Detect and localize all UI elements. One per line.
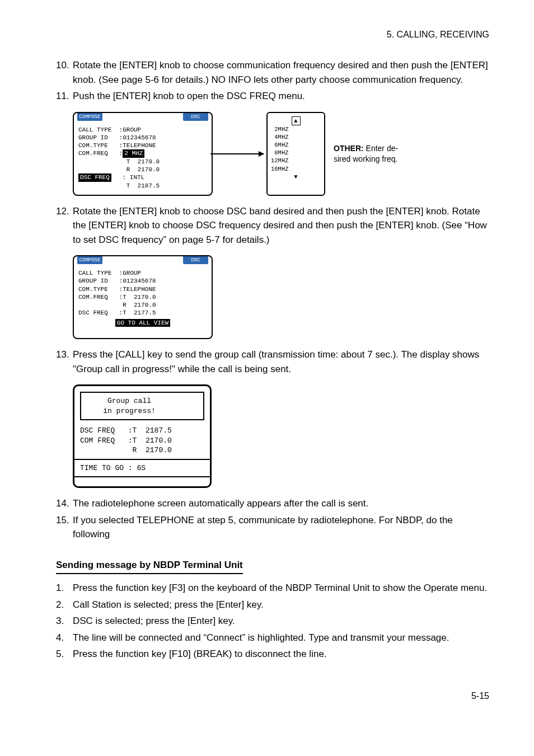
lcd-line: 12MHZ — [271, 157, 321, 165]
lcd-line: 4MHZ — [271, 133, 321, 141]
step-12: 12. Rotate the [ENTER] knob to choose DS… — [56, 204, 489, 247]
step-number: 14. — [56, 496, 73, 511]
step-text: Rotate the [ENTER] knob to choose commun… — [73, 58, 489, 87]
item-number: 1. — [56, 581, 73, 595]
lcd-line: T 2170.0 — [78, 158, 207, 166]
item-number: 2. — [56, 598, 73, 612]
list-item: 4.The line will be connected and “Connec… — [56, 631, 489, 645]
lcd-right: ▲ 2MHZ 4MHZ 6MHZ 8MHZ 12MHZ 16MHZ ▼ — [266, 112, 325, 196]
step-number: 12. — [56, 204, 73, 247]
lcd-line: COM.FREQ :T 2170.0 — [78, 293, 207, 301]
other-note: OTHER: Enter de- sired working freq. — [334, 143, 446, 163]
tab-compose: COMPOSE — [77, 113, 102, 121]
lcd-left: COMPOSE DSC CALL TYPE :GROUP GROUP ID :0… — [73, 112, 213, 196]
step-14: 14. The radiotelephone screen automatica… — [56, 496, 489, 511]
lcd-line: DSC FREQ :T 2187.5 — [80, 426, 204, 436]
step-11: 11. Push the [ENTER] knob to open the DS… — [56, 89, 489, 104]
dsc-freq-diagram: COMPOSE DSC CALL TYPE :GROUP GROUP ID :0… — [73, 112, 489, 196]
lcd-line: COM.TYPE :TELEPHONE — [78, 285, 207, 293]
highlight-goto-allview: GO TO ALL VIEW — [115, 319, 170, 327]
lcd-line: R 2170.0 — [78, 166, 207, 173]
highlight-dscfreq: DSC FREQ — [78, 173, 111, 181]
item-text: Call Station is selected; press the [Ent… — [73, 598, 489, 612]
lcd-line: CALL TYPE :GROUP — [78, 126, 207, 134]
list-item: 2.Call Station is selected; press the [E… — [56, 598, 489, 612]
step-text: Rotate the [ENTER] knob to choose DSC ba… — [73, 204, 489, 247]
item-number: 3. — [56, 614, 73, 628]
lcd-line: GROUP ID :012345678 — [78, 277, 207, 285]
item-number: 5. — [56, 647, 73, 661]
lcd-line: CALL TYPE :GROUP — [78, 269, 207, 277]
tab-dsc: DSC — [183, 256, 208, 264]
lcd-line: DSC FREQ :T 2177.5 — [78, 309, 207, 317]
lcd-line: 16MHZ — [271, 165, 321, 173]
scroll-down-icon: ▼ — [271, 173, 321, 181]
lcd-line: R 2170.0 — [78, 301, 207, 309]
step-10: 10. Rotate the [ENTER] knob to choose co… — [56, 58, 489, 87]
page-header: 5. CALLING, RECEIVING — [56, 28, 489, 41]
tab-dsc: DSC — [183, 113, 208, 121]
item-text: DSC is selected; press the [Enter] key. — [73, 614, 489, 628]
divider — [74, 476, 210, 477]
list-item: 1.Press the function key [F3] on the key… — [56, 581, 489, 595]
lcd-line: 6MHZ — [271, 141, 321, 149]
step-number: 13. — [56, 348, 73, 376]
step-text: The radiotelephone screen automatically … — [73, 496, 489, 511]
lcd-progress: Group call in progress! DSC FREQ :T 2187… — [73, 384, 212, 488]
arrow-right-icon — [210, 153, 264, 154]
divider — [74, 459, 210, 460]
page-number: 5-15 — [56, 689, 489, 703]
lcd-line: TIME TO GO : 6S — [80, 463, 204, 473]
section-heading: Sending message by NBDP Terminal Unit — [56, 558, 243, 575]
progress-message: Group call in progress! — [80, 392, 204, 420]
scroll-up-icon: ▲ — [292, 116, 301, 125]
item-text: Press the function key [F3] on the keybo… — [73, 581, 489, 595]
lcd-line: T 2187.5 — [78, 182, 207, 190]
step-text: If you selected TELEPHONE at step 5, com… — [73, 513, 489, 542]
step-number: 10. — [56, 58, 73, 87]
nbdp-list: 1.Press the function key [F3] on the key… — [56, 581, 489, 661]
lcd-line: DSC FREQ : INTL — [78, 173, 207, 181]
highlight-2mhz: 2 MHZ — [123, 149, 144, 157]
lcd-confirm: COMPOSE DSC CALL TYPE :GROUP GROUP ID :0… — [73, 255, 213, 339]
step-text: Push the [ENTER] knob to open the DSC FR… — [73, 89, 489, 104]
lcd-line: Group call — [86, 396, 199, 406]
list-item: 3.DSC is selected; press the [Enter] key… — [56, 614, 489, 628]
lcd-line: COM.TYPE :TELEPHONE — [78, 142, 207, 149]
list-item: 5.Press the function key [F10] (BREAK) t… — [56, 647, 489, 661]
lcd-line: COM FREQ :T 2170.0 — [80, 436, 204, 446]
item-text: The line will be connected and “Connect”… — [73, 631, 489, 645]
step-text: Press the [CALL] key to send the group c… — [73, 348, 489, 376]
step-15: 15. If you selected TELEPHONE at step 5,… — [56, 513, 489, 542]
step-number: 15. — [56, 513, 73, 542]
lcd-line: COM.FREQ :2 MHZ — [78, 149, 207, 157]
step-13: 13. Press the [CALL] key to send the gro… — [56, 348, 489, 376]
tab-compose: COMPOSE — [77, 256, 102, 264]
item-number: 4. — [56, 631, 73, 645]
lcd-line: GROUP ID :012345678 — [78, 134, 207, 142]
lcd-line: R 2170.0 — [80, 445, 204, 456]
lcd-line: 8MHZ — [271, 149, 321, 157]
lcd-line: in progress! — [86, 406, 199, 416]
lcd-line: 2MHZ — [271, 125, 321, 133]
item-text: Press the function key [F10] (BREAK) to … — [73, 647, 489, 661]
step-number: 11. — [56, 89, 73, 104]
